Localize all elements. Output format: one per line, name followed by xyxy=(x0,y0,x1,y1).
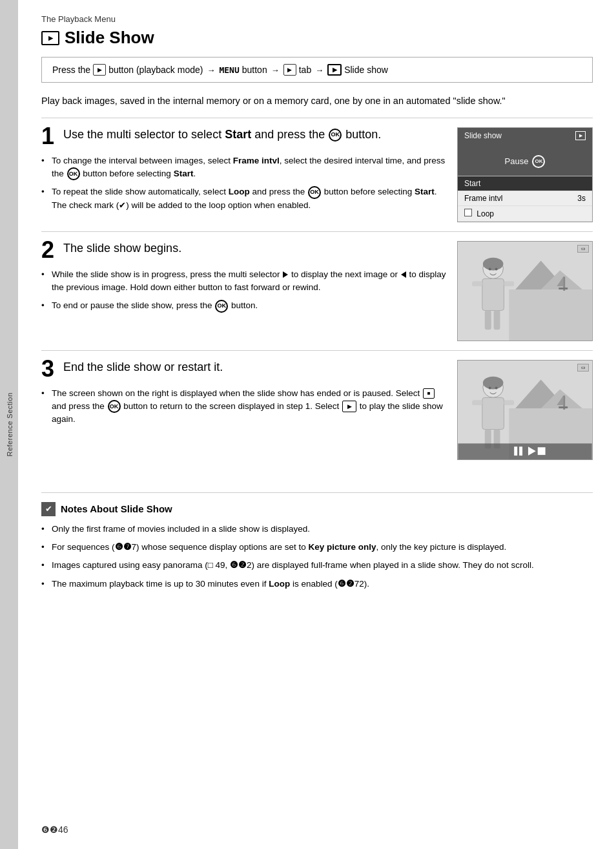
step-2: 2 The slide show begins. While the slide… xyxy=(41,231,593,341)
step-3-header: 3 End the slide show or restart it. xyxy=(41,360,447,381)
loop-checkbox xyxy=(464,209,472,216)
nav-text-playback: button (playback mode) xyxy=(108,65,203,75)
ui-menu-frame-value: 3s xyxy=(577,194,586,203)
page-title-area: Slide Show xyxy=(41,28,593,48)
svg-rect-15 xyxy=(494,310,500,330)
ui-menu: Start Frame intvl 3s Loop xyxy=(458,176,592,222)
step-2-title: The slide show begins. xyxy=(63,241,181,256)
checkmark-icon: ✔ xyxy=(119,199,126,212)
svg-point-8 xyxy=(483,257,504,270)
pause-label: Pause xyxy=(505,156,529,166)
step-1-bullet-1: To change the interval between images, s… xyxy=(41,154,447,181)
page-footer: ❻❷46 xyxy=(41,813,593,835)
step-1: 1 Use the multi selector to select Start… xyxy=(41,118,593,222)
note-item-4: The maximum playback time is up to 30 mi… xyxy=(41,578,593,591)
note-item-1: Only the first frame of movies included … xyxy=(41,523,593,536)
ui-menu-start: Start xyxy=(458,176,592,191)
ok-button-icon-1: OK xyxy=(329,129,342,142)
nav-text-press: Press the xyxy=(52,65,90,75)
sidebar: Reference Section xyxy=(0,0,18,849)
svg-point-26 xyxy=(495,386,498,389)
steps-area: 1 Use the multi selector to select Start… xyxy=(41,109,593,460)
svg-point-9 xyxy=(489,267,491,270)
step-1-number: 1 xyxy=(41,125,54,148)
step-1-left: 1 Use the multi selector to select Start… xyxy=(41,127,447,222)
ui-title-text: Slide show xyxy=(464,131,502,140)
ui-title-bar: Slide show ▶ xyxy=(458,128,592,143)
step-3-bullets: The screen shown on the right is display… xyxy=(41,387,447,426)
svg-rect-1 xyxy=(509,289,591,341)
next-arrow-icon xyxy=(283,271,288,278)
svg-rect-27 xyxy=(482,397,504,429)
cam-indicator-3: ▭ xyxy=(577,364,589,372)
step-3: 3 End the slide show or restart it. The … xyxy=(41,350,593,460)
svg-rect-36 xyxy=(538,447,546,455)
slide-show-icon xyxy=(41,31,59,45)
ui-menu-loop-label: Loop xyxy=(464,209,494,218)
sidebar-label: Reference Section xyxy=(5,393,13,457)
step-1-header: 1 Use the multi selector to select Start… xyxy=(41,127,447,148)
camera-preview-2: ▭ xyxy=(457,241,593,341)
prev-arrow-icon xyxy=(401,271,406,278)
arrow-2: → xyxy=(271,65,280,75)
cam-indicator-2: ▭ xyxy=(577,245,589,253)
stop-icon: ■ xyxy=(423,388,435,399)
step-2-left: 2 The slide show begins. While the slide… xyxy=(41,241,447,341)
tab-icon: ▶ xyxy=(283,64,296,76)
svg-point-24 xyxy=(483,376,504,389)
page: Reference Section The Playback Menu Slid… xyxy=(0,0,616,849)
step-2-bullet-1: While the slide show is in progress, pre… xyxy=(41,268,447,295)
svg-rect-11 xyxy=(482,278,504,310)
step-1-bullet-2: To repeat the slide show automatically, … xyxy=(41,185,447,212)
ui-menu-frame-label: Frame intvl xyxy=(464,194,502,203)
ui-menu-frame-intvl: Frame intvl 3s xyxy=(458,191,592,206)
step-3-number: 3 xyxy=(41,357,54,381)
play-icon-step3: ▶ xyxy=(342,401,356,412)
ok-icon-inline-1: OK xyxy=(67,167,80,180)
page-title: Slide Show xyxy=(65,28,154,48)
svg-rect-6 xyxy=(559,288,568,289)
svg-rect-13 xyxy=(504,281,514,286)
nav-text-slideshow: Slide show xyxy=(344,65,388,75)
svg-rect-22 xyxy=(559,406,568,408)
step-2-bullets: While the slide show is in progress, pre… xyxy=(41,268,447,313)
notes-checkmark-icon: ✔ xyxy=(41,502,56,516)
ok-icon-step2: OK xyxy=(215,300,228,313)
svg-rect-34 xyxy=(519,446,522,456)
slideshow-ui-panel: Slide show ▶ Pause OK Start xyxy=(457,127,593,222)
svg-rect-14 xyxy=(485,310,491,330)
step-2-number: 2 xyxy=(41,238,54,262)
intro-text: Play back images, saved in the internal … xyxy=(41,94,593,109)
svg-rect-33 xyxy=(514,446,517,456)
note-item-2: For sequences (❻❼7) whose sequence displ… xyxy=(41,541,593,554)
playback-button-icon: ▶ xyxy=(93,64,106,76)
step-1-ui: Slide show ▶ Pause OK Start xyxy=(457,127,593,222)
main-content: The Playback Menu Slide Show Press the ▶… xyxy=(18,0,616,849)
step-2-header: 2 The slide show begins. xyxy=(41,241,447,262)
notes-list: Only the first frame of movies included … xyxy=(41,523,593,591)
svg-point-10 xyxy=(495,267,498,270)
ui-pause-area: Pause OK xyxy=(458,143,592,176)
notes-title: Notes About Slide Show xyxy=(61,503,172,514)
camera-preview-3: ▭ xyxy=(457,360,593,460)
nav-box: Press the ▶ button (playback mode) → MEN… xyxy=(41,57,593,83)
nav-text-tab: tab xyxy=(299,65,311,75)
step-3-bullet-1: The screen shown on the right is display… xyxy=(41,387,447,426)
step-2-bullet-2: To end or pause the slide show, press th… xyxy=(41,299,447,312)
ok-button-ui: OK xyxy=(532,155,545,168)
spacer xyxy=(41,460,593,479)
arrow-1: → xyxy=(207,65,215,75)
step-3-left: 3 End the slide show or restart it. The … xyxy=(41,360,447,460)
scene-svg-3 xyxy=(458,361,592,459)
slideshow-tab-icon: ▶ xyxy=(327,64,342,76)
ok-icon-step3: OK xyxy=(108,400,121,413)
ok-icon-inline-2: OK xyxy=(308,186,321,199)
svg-rect-29 xyxy=(504,400,514,405)
notes-section: ✔ Notes About Slide Show Only the first … xyxy=(41,492,593,596)
section-label: The Playback Menu xyxy=(41,14,593,24)
ui-title-icon: ▶ xyxy=(575,131,586,140)
step-2-preview: ▭ xyxy=(457,241,593,341)
svg-rect-28 xyxy=(472,400,482,405)
step-1-bullets: To change the interval between images, s… xyxy=(41,154,447,212)
scene-svg-2 xyxy=(458,242,592,341)
